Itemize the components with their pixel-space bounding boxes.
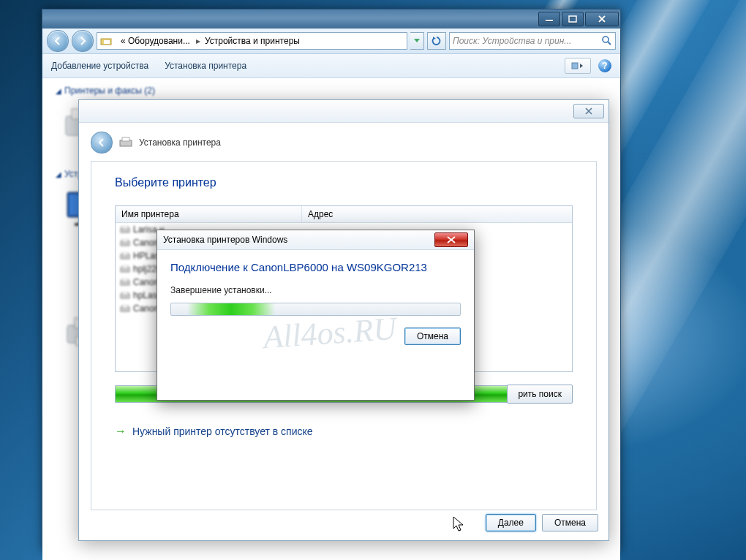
- breadcrumb-seg2[interactable]: Устройства и принтеры: [202, 33, 304, 49]
- section-printers[interactable]: ◢ Принтеры и факсы (2): [56, 86, 607, 96]
- rescan-button[interactable]: рить поиск: [507, 385, 573, 404]
- svg-rect-23: [122, 252, 128, 255]
- nav-row: « Оборудовани... ▸ Устройства и принтеры…: [42, 29, 620, 54]
- svg-rect-25: [122, 265, 128, 268]
- view-options-button[interactable]: [565, 58, 591, 74]
- col-header-name[interactable]: Имя принтера: [116, 206, 302, 222]
- search-icon: [601, 35, 612, 46]
- nav-back-button[interactable]: [47, 30, 69, 52]
- wizard-close-button[interactable]: [573, 104, 604, 118]
- install-progress-dialog: Установка принтеров Windows Подключение …: [157, 230, 475, 401]
- svg-rect-17: [122, 137, 129, 141]
- printer-not-listed-link[interactable]: → Нужный принтер отсутствует в списке: [115, 425, 573, 438]
- printer-icon: [118, 137, 133, 148]
- svg-rect-29: [122, 292, 128, 295]
- next-button[interactable]: Далее: [486, 514, 536, 531]
- progress-titlebar[interactable]: Установка принтеров Windows: [157, 230, 474, 250]
- wizard-back-button[interactable]: [91, 132, 113, 154]
- svg-rect-1: [569, 16, 576, 22]
- explorer-titlebar[interactable]: [42, 10, 620, 29]
- progress-close-button[interactable]: [434, 232, 468, 247]
- collapse-icon: ◢: [56, 87, 61, 95]
- progress-heading: Подключение к CanonLBP6000 на WS09KGOR21…: [170, 260, 461, 275]
- nav-forward-button[interactable]: [72, 30, 94, 52]
- add-device-link[interactable]: Добавление устройства: [51, 61, 148, 71]
- arrow-right-icon: →: [115, 425, 127, 438]
- svg-rect-3: [104, 40, 110, 44]
- minimize-button[interactable]: [538, 12, 560, 26]
- wizard-header: Установка принтера: [79, 123, 609, 161]
- progress-cancel-button[interactable]: Отмена: [404, 328, 461, 345]
- close-button[interactable]: [585, 12, 619, 26]
- svg-rect-31: [122, 305, 128, 308]
- maximize-button[interactable]: [562, 12, 584, 26]
- command-bar: Добавление устройства Установка принтера…: [42, 54, 620, 78]
- col-header-address[interactable]: Адрес: [302, 206, 572, 222]
- wizard-titlebar[interactable]: [79, 100, 609, 123]
- wizard-header-label: Установка принтера: [139, 137, 221, 148]
- svg-point-4: [603, 37, 609, 42]
- breadcrumb-seg1[interactable]: « Оборудовани...: [118, 33, 195, 49]
- refresh-button[interactable]: [427, 32, 446, 50]
- chevron-right-icon: ▸: [195, 36, 202, 46]
- svg-rect-19: [122, 226, 128, 229]
- help-button[interactable]: ?: [598, 59, 611, 72]
- progress-bar: [170, 303, 461, 316]
- svg-rect-0: [546, 20, 553, 21]
- svg-rect-21: [122, 239, 128, 242]
- progress-title: Установка принтеров Windows: [163, 235, 434, 245]
- wizard-title: Выберите принтер: [115, 176, 573, 189]
- folder-icon: [97, 33, 118, 49]
- cancel-button[interactable]: Отмена: [542, 514, 598, 531]
- collapse-icon: ◢: [56, 170, 61, 178]
- svg-rect-27: [122, 279, 128, 281]
- search-input[interactable]: Поиск: Устройства и прин...: [449, 32, 616, 50]
- add-printer-link[interactable]: Установка принтера: [165, 61, 246, 71]
- search-placeholder: Поиск: Устройства и прин...: [453, 36, 571, 46]
- address-bar[interactable]: « Оборудовани... ▸ Устройства и принтеры: [97, 32, 407, 50]
- svg-rect-5: [572, 63, 578, 69]
- progress-status: Завершение установки...: [170, 285, 461, 295]
- address-dropdown[interactable]: [410, 32, 424, 50]
